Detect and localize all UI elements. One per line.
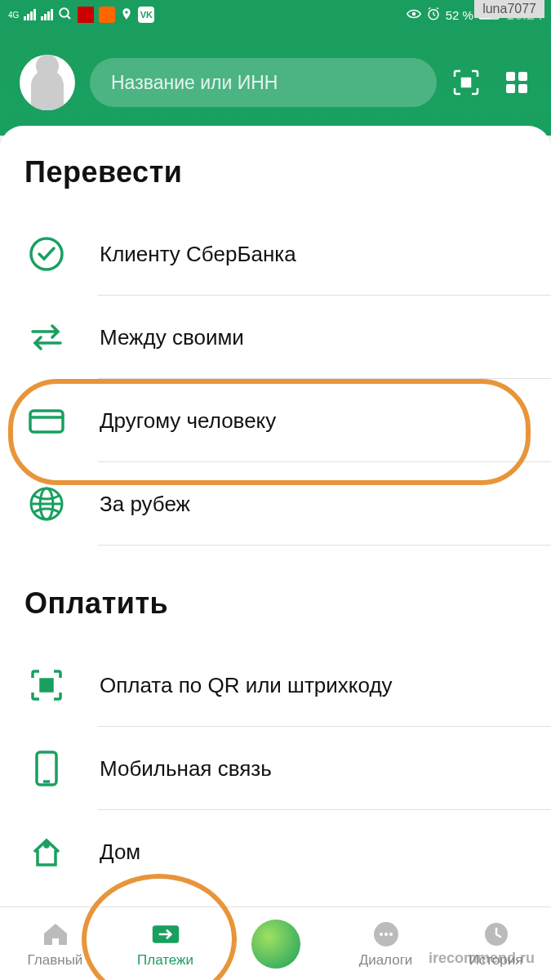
svg-line-1 <box>68 16 71 19</box>
svg-point-29 <box>384 933 388 936</box>
menu-item-home[interactable]: Дом <box>24 810 527 893</box>
svg-rect-12 <box>506 72 515 81</box>
nav-payments[interactable]: Платежи <box>110 907 220 980</box>
globe-icon <box>24 482 69 526</box>
svg-line-7 <box>437 7 438 9</box>
menu-item-between-own[interactable]: Между своими <box>24 296 527 379</box>
avatar[interactable] <box>20 55 75 110</box>
menu-item-qr-pay[interactable]: Оплата по QR или штрихкоду <box>24 644 527 727</box>
svg-point-2 <box>412 12 415 15</box>
svg-point-0 <box>60 8 69 17</box>
transfer-section-title: Перевести <box>24 155 527 189</box>
card-icon <box>24 399 69 443</box>
main-content: Перевести Клиенту СберБанка Между своими… <box>0 126 551 906</box>
menu-label: За рубеж <box>100 492 190 517</box>
nav-label: Диалоги <box>359 952 413 969</box>
qr-scan-button[interactable] <box>451 68 481 97</box>
menu-item-mobile[interactable]: Мобильная связь <box>24 727 527 810</box>
nav-history[interactable]: История <box>441 907 551 980</box>
orb-icon <box>251 920 300 969</box>
signal-icon <box>24 9 36 20</box>
home-icon <box>24 830 69 874</box>
svg-point-25 <box>45 844 48 847</box>
search-input[interactable]: Название или ИНН <box>90 58 437 107</box>
phone-icon <box>24 746 69 791</box>
menu-label: Оплата по QR или штрихкоду <box>100 673 393 698</box>
app-icon <box>78 7 94 23</box>
bottom-navigation: Главный Платежи Диалоги История <box>0 906 551 980</box>
search-placeholder: Название или ИНН <box>111 72 278 94</box>
vk-icon: VK <box>138 7 154 23</box>
svg-rect-17 <box>30 411 63 432</box>
menu-label: Дом <box>100 840 140 865</box>
eye-icon <box>407 8 421 22</box>
menu-item-abroad[interactable]: За рубеж <box>24 462 527 546</box>
qr-icon <box>24 663 69 707</box>
chat-nav-icon <box>371 920 401 949</box>
menu-label: Клиенту СберБанка <box>100 242 296 267</box>
menu-item-sberbank-client[interactable]: Клиенту СберБанка <box>24 212 527 296</box>
arrows-icon <box>24 315 69 359</box>
svg-line-6 <box>429 7 430 9</box>
svg-rect-11 <box>462 78 470 87</box>
svg-rect-14 <box>506 84 515 93</box>
menu-label: Другому человеку <box>100 408 276 434</box>
network-label: 4G <box>8 11 19 20</box>
battery-text: 52 % <box>446 8 473 22</box>
nav-label: Платежи <box>137 952 193 969</box>
grid-menu-button[interactable] <box>502 68 531 97</box>
clock-nav-icon <box>482 920 511 949</box>
arrow-nav-icon <box>151 920 180 949</box>
signal-icon-2 <box>41 9 53 20</box>
menu-item-another-person[interactable]: Другому человеку <box>24 379 527 462</box>
home-nav-icon <box>41 920 70 949</box>
app-header: Название или ИНН <box>0 29 551 136</box>
location-icon <box>120 7 133 24</box>
check-circle-icon <box>24 232 69 276</box>
nav-assistant[interactable] <box>220 907 331 980</box>
nav-label: Главный <box>28 952 83 969</box>
svg-point-28 <box>380 933 383 936</box>
svg-rect-15 <box>518 84 527 93</box>
nav-dialogs[interactable]: Диалоги <box>331 907 441 980</box>
menu-label: Между своими <box>100 325 244 350</box>
app-icon-2 <box>99 7 115 23</box>
svg-point-16 <box>31 238 62 270</box>
nav-main[interactable]: Главный <box>0 907 110 980</box>
svg-rect-23 <box>37 752 56 785</box>
svg-point-30 <box>389 933 393 936</box>
svg-rect-13 <box>518 72 527 81</box>
search-icon <box>58 7 73 24</box>
pay-section-title: Оплатить <box>24 586 527 621</box>
menu-label: Мобильная связь <box>100 756 272 782</box>
watermark-tag: luna7077 <box>474 0 544 18</box>
svg-rect-22 <box>41 679 52 691</box>
alarm-icon <box>426 7 441 24</box>
status-bar: 4G VK 52 % 16:24 <box>0 0 551 29</box>
svg-line-5 <box>433 14 435 16</box>
watermark-bottom: irecommend.ru <box>429 950 535 967</box>
